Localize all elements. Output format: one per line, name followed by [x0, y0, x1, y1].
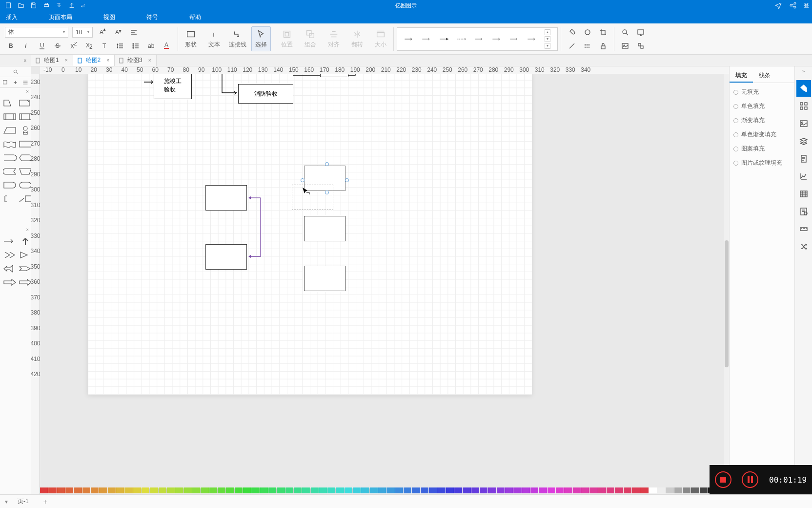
send-icon[interactable]	[774, 1, 782, 9]
current-page[interactable]: 页-1	[18, 497, 29, 506]
image-icon[interactable]	[619, 41, 631, 51]
fill-option[interactable]: 单色填充	[733, 102, 791, 110]
shape-delay[interactable]	[3, 179, 17, 191]
grow-font-icon[interactable]: A▴	[97, 27, 108, 38]
print-icon[interactable]	[43, 2, 50, 9]
shape-annotation[interactable]	[19, 193, 32, 205]
history-panel-icon[interactable]	[796, 203, 811, 220]
color-swatch[interactable]	[497, 487, 505, 493]
connector-tool[interactable]: 连接线	[228, 27, 247, 51]
shuffle-panel-icon[interactable]	[796, 238, 811, 255]
shape-arrow-outline[interactable]	[19, 276, 32, 288]
color-swatch[interactable]	[573, 487, 581, 493]
color-swatch[interactable]	[488, 487, 496, 493]
menu-layout[interactable]: 页面布局	[47, 13, 74, 21]
color-swatch[interactable]	[666, 487, 673, 493]
color-swatch[interactable]	[674, 487, 682, 493]
shape-arc[interactable]	[3, 152, 17, 164]
color-swatch[interactable]	[108, 487, 116, 493]
export-icon[interactable]	[56, 2, 62, 9]
page-panel-icon[interactable]	[796, 150, 811, 167]
status-dropdown[interactable]: ▾	[5, 498, 8, 505]
shape-note[interactable]	[3, 193, 17, 205]
shape-terminator[interactable]	[19, 179, 32, 191]
shadow-dropdown[interactable]	[582, 27, 593, 38]
text-tool[interactable]: T文本	[204, 27, 224, 51]
fill-option[interactable]: 单色渐变填充	[733, 130, 791, 139]
shape-arrow-simple[interactable]	[3, 235, 17, 247]
color-swatch[interactable]	[513, 487, 521, 493]
collapse-right-icon[interactable]: »	[802, 68, 805, 79]
color-swatch[interactable]	[429, 487, 437, 493]
color-swatch[interactable]	[598, 487, 606, 493]
color-swatch[interactable]	[548, 487, 555, 493]
shape-arrow-chevron[interactable]	[3, 249, 17, 261]
add-library-icon[interactable]	[2, 80, 8, 85]
shape-predefined[interactable]	[19, 111, 32, 123]
lock-dropdown[interactable]	[597, 41, 609, 51]
close-icon[interactable]: ×	[106, 58, 109, 63]
qat-more-icon[interactable]: ⇌	[81, 3, 85, 8]
color-swatch[interactable]	[294, 487, 302, 493]
color-swatch[interactable]	[615, 487, 623, 493]
color-swatch[interactable]	[378, 487, 386, 493]
add-page-icon[interactable]: +	[43, 498, 47, 506]
color-swatch[interactable]	[437, 487, 445, 493]
color-swatch[interactable]	[91, 487, 99, 493]
font-color-icon[interactable]: A	[161, 41, 173, 51]
shape-tape[interactable]	[3, 138, 17, 150]
connector-line[interactable]	[246, 195, 263, 259]
color-swatch[interactable]	[65, 487, 73, 493]
menu-symbol[interactable]: 符号	[144, 13, 160, 21]
color-swatch[interactable]	[57, 487, 65, 493]
color-swatch[interactable]	[700, 487, 708, 493]
open-icon[interactable]	[18, 2, 24, 9]
doc-tab-1[interactable]: 绘图1×	[31, 55, 73, 66]
flowchart-box[interactable]	[304, 266, 345, 291]
share-icon[interactable]	[789, 1, 797, 9]
color-swatch[interactable]	[302, 487, 310, 493]
fill-option[interactable]: 渐变填充	[733, 116, 791, 125]
shape-manual[interactable]	[19, 166, 32, 177]
color-swatch[interactable]	[421, 487, 428, 493]
color-swatch[interactable]	[74, 487, 81, 493]
color-swatch[interactable]	[150, 487, 158, 493]
color-swatch[interactable]	[268, 487, 276, 493]
color-swatch[interactable]	[285, 487, 293, 493]
line-spacing-icon[interactable]	[114, 41, 126, 51]
color-swatch[interactable]	[235, 487, 243, 493]
shape-arrow-up[interactable]	[19, 235, 32, 247]
color-swatch[interactable]	[395, 487, 403, 493]
color-swatch[interactable]	[251, 487, 259, 493]
line-tab[interactable]: 线条	[753, 69, 776, 83]
flowchart-box[interactable]	[304, 216, 345, 241]
color-swatch[interactable]	[370, 487, 378, 493]
color-swatch[interactable]	[142, 487, 149, 493]
fill-dropdown[interactable]	[566, 27, 578, 38]
color-swatch[interactable]	[116, 487, 124, 493]
superscript-icon[interactable]: X2	[67, 41, 79, 51]
color-swatch[interactable]	[632, 487, 640, 493]
color-swatch[interactable]	[556, 487, 564, 493]
font-family-select[interactable]: 体▾	[5, 27, 68, 38]
bold-icon[interactable]: B	[5, 41, 17, 51]
shape-arrow-double[interactable]	[3, 263, 17, 275]
canvas[interactable]: 施竣工 验收 消防验收	[40, 74, 729, 486]
color-swatch[interactable]	[454, 487, 462, 493]
color-swatch[interactable]	[167, 487, 175, 493]
color-swatch[interactable]	[683, 487, 690, 493]
color-swatch[interactable]	[345, 487, 352, 493]
quick-color-bar[interactable]	[40, 487, 724, 493]
color-swatch[interactable]	[412, 487, 420, 493]
color-swatch[interactable]	[260, 487, 268, 493]
color-swatch[interactable]	[480, 487, 487, 493]
pause-recording-button[interactable]	[742, 471, 758, 488]
color-swatch[interactable]	[192, 487, 200, 493]
color-swatch[interactable]	[463, 487, 470, 493]
color-swatch[interactable]	[589, 487, 597, 493]
italic-icon[interactable]: I	[20, 41, 32, 51]
subscript-icon[interactable]: X2	[83, 41, 95, 51]
color-swatch[interactable]	[218, 487, 225, 493]
color-swatch[interactable]	[649, 487, 657, 493]
align-icon[interactable]	[128, 27, 140, 38]
